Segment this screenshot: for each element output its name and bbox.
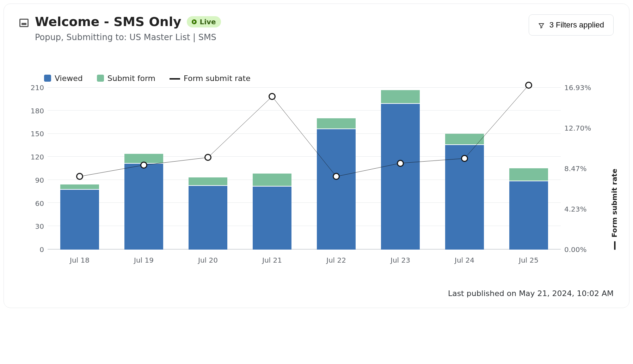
card-header: Welcome - SMS Only Live Popup, Submittin… [19, 14, 614, 42]
legend-submit-swatch [97, 75, 104, 82]
line-layer [48, 88, 561, 249]
x-tick: Jul 20 [176, 250, 240, 264]
y-left-tick: 210 [31, 83, 44, 92]
legend-rate-swatch [170, 78, 180, 80]
legend-submit-label: Submit form [107, 74, 155, 83]
title-block: Welcome - SMS Only Live Popup, Submittin… [19, 14, 221, 42]
y-right-tick: 4.23% [564, 205, 587, 213]
card-subtitle: Popup, Submitting to: US Master List | S… [35, 32, 221, 42]
filters-button-label: 3 Filters applied [549, 20, 604, 30]
x-tick: Jul 18 [48, 250, 112, 264]
x-axis: Jul 18Jul 19Jul 20Jul 21Jul 22Jul 23Jul … [48, 250, 561, 264]
filters-button[interactable]: 3 Filters applied [529, 14, 614, 36]
popup-icon [19, 19, 29, 27]
line-point [204, 154, 211, 161]
x-tick: Jul 23 [368, 250, 432, 264]
y-right-tick: 12.70% [564, 124, 591, 132]
line-point [333, 173, 340, 180]
y-axis-left: 0306090120150180210 [19, 88, 48, 250]
filter-icon [538, 22, 545, 28]
status-badge: Live [187, 16, 221, 27]
y-right-tick: 0.00% [564, 245, 587, 254]
card-title: Welcome - SMS Only [35, 14, 181, 29]
y-axis-right: 0.00%4.23%8.47%12.70%16.93% [561, 88, 600, 250]
line-point [461, 155, 468, 162]
plot-area [48, 88, 561, 250]
legend-viewed-label: Viewed [55, 74, 83, 83]
y-left-tick: 60 [35, 199, 44, 208]
x-tick: Jul 24 [432, 250, 497, 264]
y-left-tick: 0 [39, 245, 44, 254]
x-tick: Jul 19 [112, 250, 176, 264]
card-title-row: Welcome - SMS Only Live [35, 14, 221, 29]
y-right-tick: 8.47% [564, 164, 587, 173]
status-badge-label: Live [199, 18, 216, 26]
line-point [269, 93, 276, 100]
legend-rate: Form submit rate [170, 74, 251, 83]
y2-title-wrap: Form submit rate [600, 88, 614, 250]
y-left-tick: 120 [31, 153, 44, 161]
legend-rate-label: Form submit rate [184, 74, 251, 83]
y-left-tick: 180 [31, 107, 44, 115]
line-point [525, 82, 532, 89]
x-tick: Jul 22 [304, 250, 368, 264]
y2-axis-dash-icon [614, 241, 615, 250]
last-published: Last published on May 21, 2024, 10:02 AM [19, 289, 614, 298]
y2-axis-label-text: Form submit rate [610, 169, 619, 237]
x-tick: Jul 21 [240, 250, 304, 264]
y-left-tick: 150 [31, 130, 44, 138]
line-point [140, 162, 147, 169]
y-axis-right-wrap: 0.00%4.23%8.47%12.70%16.93% Form submit … [561, 88, 614, 250]
y-right-tick: 16.93% [564, 83, 591, 92]
y2-axis-title: Form submit rate [610, 169, 619, 250]
chart: 0306090120150180210 0.00%4.23%8.47%12.70… [19, 88, 614, 250]
line-point [397, 160, 404, 167]
y-left-tick: 30 [35, 222, 44, 231]
legend-viewed-swatch [44, 75, 51, 82]
legend-viewed: Viewed [44, 74, 83, 83]
line-point [76, 173, 83, 180]
analytics-card: Welcome - SMS Only Live Popup, Submittin… [4, 4, 629, 308]
y-left-tick: 90 [35, 176, 44, 184]
legend-submit: Submit form [97, 74, 155, 83]
play-icon [192, 19, 197, 24]
x-tick: Jul 25 [497, 250, 561, 264]
